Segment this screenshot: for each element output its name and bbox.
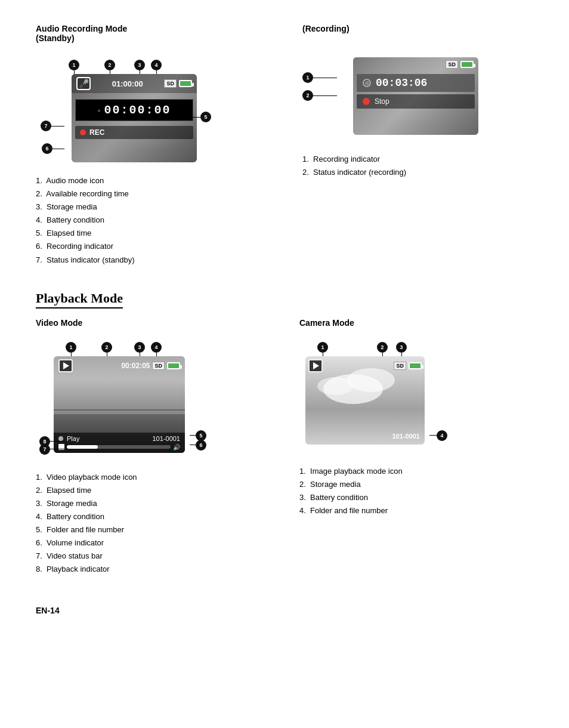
callout-2-audio: 2 <box>104 60 115 70</box>
video-file-number: 101-0001 <box>153 435 181 442</box>
callout-1-audio: 1 <box>69 60 79 70</box>
callout-2-cam: 2 <box>377 342 388 353</box>
camera-mode-subtitle: Camera Mode <box>299 318 533 328</box>
callout-7-audio: 7 <box>41 121 51 131</box>
volume-icon: 🔊 <box>173 444 180 451</box>
video-elapsed: 00:02:05 <box>121 362 150 370</box>
callout-3-audio: 3 <box>134 60 145 70</box>
storage-battery-rec: SD <box>446 60 474 69</box>
list-item-video-1: 1. Video playback mode icon <box>36 471 270 484</box>
storage-battery-area: SD <box>164 79 192 88</box>
callout-5-audio: 5 <box>200 112 211 122</box>
recording-section-title: (Recording) <box>302 24 533 33</box>
stop-button-circle <box>363 98 370 105</box>
rec-dot <box>80 129 86 135</box>
callout-2-video: 2 <box>101 342 112 353</box>
audio-standby-list: 1. Audio mode icon 2. Available recordin… <box>36 174 267 267</box>
list-item-video-3: 3. Storage media <box>36 497 270 510</box>
list-item-audio-3: 3. Storage media <box>36 200 267 214</box>
page-footer: EN-14 <box>36 606 533 615</box>
play-label-text: Play <box>67 435 149 442</box>
list-item-audio-6: 6. Recording indicator <box>36 240 267 253</box>
list-item-audio-1: 1. Audio mode icon <box>36 174 267 187</box>
list-item-video-5: 5. Folder and file number <box>36 523 270 536</box>
list-item-rec-2: 2. Status indicator (recording) <box>302 166 533 179</box>
list-item-audio-2: 2. Available recording time <box>36 187 267 200</box>
callout-4-audio: 4 <box>151 60 162 70</box>
mic-icon: 🎤 <box>76 77 91 90</box>
recording-list: 1. Recording indicator 2. Status indicat… <box>302 153 533 179</box>
cam-play-icon <box>308 359 323 372</box>
callout-7-video: 7 <box>39 444 50 455</box>
video-playback-list: 1. Video playback mode icon 2. Elapsed t… <box>36 471 270 576</box>
list-item-video-6: 6. Volume indicator <box>36 536 270 550</box>
list-item-audio-5: 5. Elapsed time <box>36 227 267 240</box>
list-item-cam-4: 4. Folder and file number <box>299 504 533 517</box>
callout-6-video: 6 <box>196 440 206 451</box>
battery-icon-audio <box>179 80 192 87</box>
callout-6-audio: 6 <box>42 143 52 154</box>
audio-standby-title-line1: Audio Recording Mode <box>36 24 267 33</box>
callout-4-video: 4 <box>151 342 162 353</box>
sd-badge-video: SD <box>152 362 165 370</box>
battery-icon-cam <box>409 362 422 369</box>
callout-3-video: 3 <box>134 342 145 353</box>
list-item-video-2: 2. Elapsed time <box>36 484 270 497</box>
audio-standby-title-line2: (Standby) <box>36 33 267 43</box>
stop-label: Stop <box>375 97 389 106</box>
video-mode-subtitle: Video Mode <box>36 318 270 328</box>
rec-indicator-circle <box>363 79 371 87</box>
elapsed-time-display-audio: 00:00:00 <box>104 103 171 117</box>
list-item-video-8: 8. Playback indicator <box>36 563 270 576</box>
list-item-audio-4: 4. Battery condition <box>36 214 267 227</box>
battery-icon-rec <box>460 61 474 68</box>
list-item-audio-7: 7. Status indicator (standby) <box>36 254 267 267</box>
camera-playback-list: 1. Image playback mode icon 2. Storage m… <box>299 465 533 517</box>
cam-folder-number: 101-0001 <box>392 433 420 440</box>
progress-bar <box>67 445 171 449</box>
rec-label-text: REC <box>89 128 104 137</box>
playback-mode-title: Playback Mode <box>36 291 123 309</box>
list-item-rec-1: 1. Recording indicator <box>302 153 533 166</box>
callout-1-cam: 1 <box>317 342 328 353</box>
rec-elapsed-time: 00:03:06 <box>376 77 427 89</box>
list-item-cam-2: 2. Storage media <box>299 478 533 491</box>
callout-2-rec: 2 <box>302 90 313 101</box>
callout-1-rec: 1 <box>302 72 313 83</box>
available-time-display: 01:00:00 <box>112 79 143 88</box>
battery-icon-video <box>167 362 180 369</box>
list-item-cam-3: 3. Battery condition <box>299 491 533 504</box>
sd-badge-cam: SD <box>394 362 406 370</box>
callout-4-cam: 4 <box>437 430 447 441</box>
sd-badge-rec: SD <box>446 60 458 69</box>
callout-1-video: 1 <box>66 342 76 353</box>
list-item-video-7: 7. Video status bar <box>36 550 270 563</box>
video-play-icon <box>58 359 73 372</box>
list-item-video-4: 4. Battery condition <box>36 510 270 523</box>
sd-badge-audio: SD <box>164 79 177 88</box>
callout-3-cam: 3 <box>396 342 407 353</box>
list-item-cam-1: 1. Image playback mode icon <box>299 465 533 478</box>
